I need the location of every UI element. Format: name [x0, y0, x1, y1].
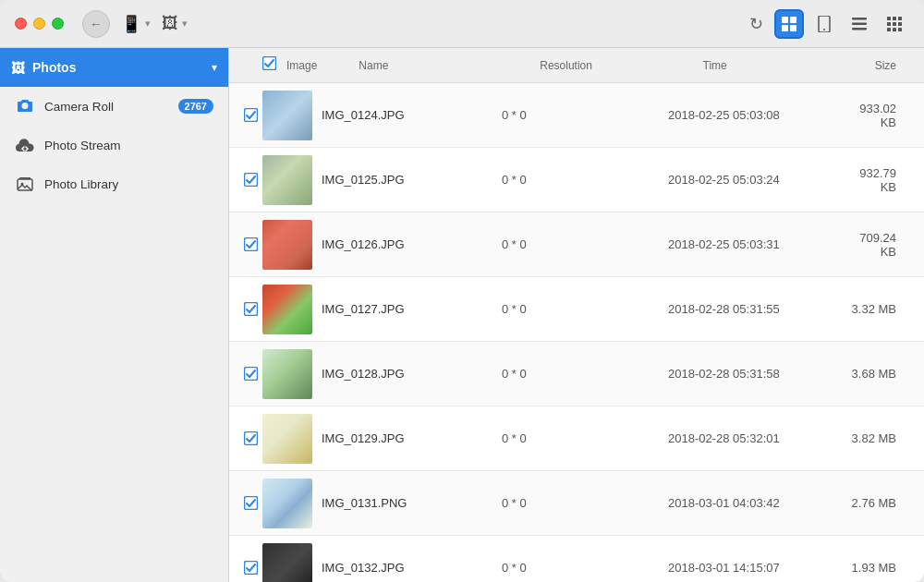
row-size-6: 2.76 MB [844, 496, 915, 510]
thumbnail-0 [262, 91, 312, 140]
row-resolution-3: 0 * 0 [502, 302, 668, 316]
row-resolution-4: 0 * 0 [502, 367, 668, 381]
image-picker[interactable]: 🖼 ▾ [162, 14, 188, 33]
row-name-1: IMG_0125.JPG [322, 173, 502, 187]
sidebar-item-camera-roll[interactable]: Camera Roll 2767 [0, 87, 228, 126]
refresh-button[interactable]: ↻ [743, 11, 769, 37]
main-area: 🖼 Photos ▾ Camera Roll 2767 [0, 48, 924, 582]
minimize-button[interactable] [33, 18, 45, 30]
row-time-6: 2018-03-01 04:03:42 [668, 496, 844, 510]
row-name-3: IMG_0127.JPG [322, 302, 502, 316]
table-row[interactable]: IMG_0127.JPG 0 * 0 2018-02-28 05:31:55 3… [229, 277, 924, 342]
svg-rect-9 [887, 17, 891, 20]
svg-rect-3 [790, 25, 796, 31]
detail-view-button[interactable] [774, 9, 804, 39]
row-name-2: IMG_0126.JPG [322, 237, 502, 251]
row-checkbox-6[interactable] [238, 496, 262, 510]
row-time-0: 2018-02-25 05:03:08 [668, 108, 844, 122]
device-picker[interactable]: 📱 ▾ [121, 14, 151, 34]
row-resolution-0: 0 * 0 [502, 108, 668, 122]
row-name-0: IMG_0124.JPG [322, 108, 502, 122]
row-time-7: 2018-03-01 14:15:07 [668, 561, 844, 575]
sidebar: 🖼 Photos ▾ Camera Roll 2767 [0, 48, 229, 582]
row-checkbox-5[interactable] [238, 431, 262, 445]
refresh-icon: ↻ [749, 14, 763, 34]
row-checkbox-2[interactable] [238, 237, 262, 251]
grid-view-button[interactable] [880, 9, 909, 39]
col-header-resolution: Resolution [540, 59, 702, 72]
col-header-name: Name [359, 59, 540, 72]
traffic-lights [15, 18, 64, 30]
svg-rect-0 [782, 17, 788, 23]
row-time-3: 2018-02-28 05:31:55 [668, 302, 844, 316]
table-row[interactable]: IMG_0125.JPG 0 * 0 2018-02-25 05:03:24 9… [229, 148, 924, 212]
row-checkbox-1[interactable] [238, 173, 262, 187]
sidebar-header-label: Photos [32, 60, 76, 75]
camera-roll-badge: 2767 [178, 99, 213, 114]
row-size-2: 709.24 KB [844, 231, 915, 259]
grid-view-icon [887, 17, 902, 31]
sidebar-item-photo-stream[interactable]: Photo Stream [0, 126, 228, 164]
row-name-5: IMG_0129.JPG [322, 431, 502, 445]
row-name-7: IMG_0132.JPG [322, 561, 502, 575]
svg-rect-11 [898, 17, 902, 20]
svg-rect-16 [893, 28, 896, 31]
row-time-5: 2018-02-28 05:32:01 [668, 431, 844, 445]
row-checkbox-3[interactable] [238, 302, 262, 316]
sidebar-header-content: 🖼 Photos [11, 60, 76, 76]
col-header-size: Size [875, 59, 915, 72]
row-size-4: 3.68 MB [844, 367, 915, 381]
photo-library-label: Photo Library [44, 177, 118, 191]
row-checkbox-0[interactable] [238, 108, 262, 122]
thumbnail-3 [262, 285, 312, 334]
back-button[interactable]: ← [82, 10, 110, 38]
svg-rect-19 [19, 177, 30, 179]
row-size-5: 3.82 MB [844, 431, 915, 445]
list-view-button[interactable] [845, 9, 874, 39]
svg-rect-8 [852, 28, 867, 30]
row-checkbox-7[interactable] [238, 561, 262, 575]
camera-icon [15, 96, 35, 116]
maximize-button[interactable] [52, 18, 64, 30]
svg-rect-17 [898, 28, 902, 31]
sidebar-item-photo-library[interactable]: Photo Library [0, 164, 228, 203]
camera-roll-label: Camera Roll [44, 100, 114, 114]
row-size-3: 3.32 MB [844, 302, 915, 316]
file-list: IMG_0124.JPG 0 * 0 2018-02-25 05:03:08 9… [229, 83, 924, 582]
row-resolution-5: 0 * 0 [502, 431, 668, 445]
thumbnail-6 [262, 479, 312, 528]
phone-view-button[interactable] [809, 9, 839, 39]
table-row[interactable]: IMG_0132.JPG 0 * 0 2018-03-01 14:15:07 1… [229, 536, 924, 582]
svg-rect-13 [893, 22, 896, 26]
detail-view-icon [782, 17, 796, 31]
device-chevron-icon: ▾ [145, 18, 151, 30]
table-row[interactable]: IMG_0124.JPG 0 * 0 2018-02-25 05:03:08 9… [229, 83, 924, 148]
table-row[interactable]: IMG_0131.PNG 0 * 0 2018-03-01 04:03:42 2… [229, 471, 924, 536]
svg-rect-1 [790, 17, 796, 23]
list-view-icon [852, 18, 867, 30]
svg-rect-15 [887, 28, 891, 31]
row-size-1: 932.79 KB [844, 166, 915, 194]
row-time-2: 2018-02-25 05:03:31 [668, 237, 844, 251]
phone-icon: 📱 [121, 14, 141, 34]
sidebar-header[interactable]: 🖼 Photos ▾ [0, 48, 228, 87]
row-checkbox-4[interactable] [238, 367, 262, 381]
svg-rect-2 [782, 25, 788, 31]
app-window: ← 📱 ▾ 🖼 ▾ ↻ [0, 0, 924, 582]
thumbnail-2 [262, 220, 312, 270]
table-row[interactable]: IMG_0128.JPG 0 * 0 2018-02-28 05:31:58 3… [229, 342, 924, 406]
row-resolution-7: 0 * 0 [502, 561, 668, 575]
table-row[interactable]: IMG_0126.JPG 0 * 0 2018-02-25 05:03:31 7… [229, 212, 924, 277]
row-size-7: 1.93 MB [844, 561, 915, 575]
photo-library-icon [15, 174, 35, 194]
row-resolution-2: 0 * 0 [502, 237, 668, 251]
back-icon: ← [90, 17, 103, 31]
close-button[interactable] [15, 18, 27, 30]
image-icon: 🖼 [162, 14, 178, 33]
svg-rect-7 [852, 22, 867, 25]
phone-view-icon [818, 16, 831, 32]
col-header-time: Time [703, 59, 875, 72]
table-row[interactable]: IMG_0129.JPG 0 * 0 2018-02-28 05:32:01 3… [229, 406, 924, 471]
thumbnail-7 [262, 543, 312, 583]
photos-icon: 🖼 [11, 60, 25, 76]
